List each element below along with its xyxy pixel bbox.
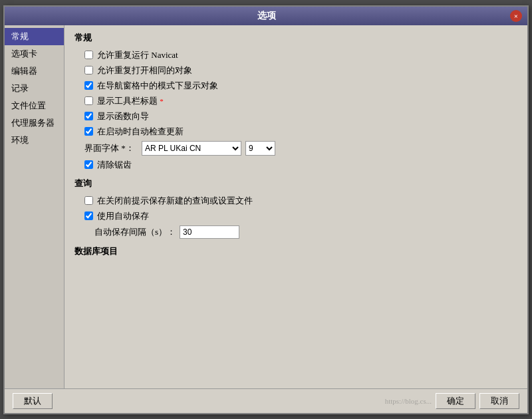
- font-row: 界面字体 *： AR PL UKai CN SimSun SimHei Micr…: [84, 141, 517, 156]
- watermark: https://blog.cs...: [385, 397, 432, 405]
- checkbox-allow-duplicate-navicat[interactable]: [84, 51, 93, 59]
- main-content: 常规 允许重复运行 Navicat 允许重复打开相同的对象 在导航窗格中的模式下…: [65, 25, 527, 388]
- cancel-button[interactable]: 取消: [479, 393, 519, 409]
- checkbox-label-1: 允许重复运行 Navicat: [97, 49, 178, 61]
- checkbox-label-6: 在启动时自动检查更新: [97, 126, 184, 138]
- checkbox-label-2: 允许重复打开相同的对象: [97, 65, 192, 76]
- font-select[interactable]: AR PL UKai CN SimSun SimHei Microsoft Ya…: [142, 141, 241, 156]
- checkbox-prompt-save[interactable]: [84, 196, 93, 205]
- title-bar: 选项 ×: [5, 7, 527, 25]
- checkbox-row-9: 使用自动保存: [84, 210, 517, 222]
- sidebar-item-3[interactable]: 记录: [5, 80, 64, 97]
- checkbox-row-5: 显示函数向导: [84, 110, 517, 122]
- ok-button[interactable]: 确定: [436, 393, 475, 409]
- checkbox-show-function-wizard[interactable]: [84, 112, 93, 120]
- checkbox-auto-check-update[interactable]: [84, 127, 93, 136]
- sidebar-item-4[interactable]: 文件位置: [5, 97, 64, 114]
- checkbox-row-alias: 清除锯齿: [84, 159, 517, 171]
- close-button[interactable]: ×: [510, 10, 522, 22]
- checkbox-label-5: 显示函数向导: [97, 110, 149, 122]
- sidebar-item-0[interactable]: 常规: [5, 28, 64, 45]
- dialog-title: 选项: [23, 10, 510, 22]
- sidebar-item-6[interactable]: 环境: [5, 132, 64, 149]
- sidebar-item-2[interactable]: 编辑器: [5, 63, 64, 80]
- checkbox-label-9: 使用自动保存: [97, 210, 149, 222]
- autosave-label: 自动保存间隔（s）：: [94, 226, 176, 238]
- default-button[interactable]: 默认: [13, 393, 53, 409]
- checkbox-row-2: 允许重复打开相同的对象: [84, 65, 517, 76]
- sidebar-item-5[interactable]: 代理服务器: [5, 114, 64, 132]
- checkbox-show-nav-mode[interactable]: [84, 81, 93, 90]
- dialog-footer: 默认 https://blog.cs... 确定 取消: [5, 388, 527, 413]
- checkbox-row-3: 在导航窗格中的模式下显示对象: [84, 80, 517, 92]
- checkbox-row-1: 允许重复运行 Navicat: [84, 49, 517, 61]
- sidebar-item-1[interactable]: 选项卡: [5, 45, 64, 63]
- autosave-row: 自动保存间隔（s）：: [94, 225, 517, 239]
- dialog-body: 常规选项卡编辑器记录文件位置代理服务器环境 常规 允许重复运行 Navicat …: [5, 25, 527, 388]
- checkbox-row-6: 在启动时自动检查更新: [84, 126, 517, 138]
- checkbox-show-toolbar-title[interactable]: [84, 96, 93, 105]
- checkbox-clear-alias[interactable]: [84, 160, 93, 169]
- section-query-title: 查询: [74, 178, 517, 190]
- autosave-interval-input[interactable]: [180, 225, 239, 239]
- checkbox-allow-duplicate-object[interactable]: [84, 66, 93, 74]
- checkbox-use-autosave[interactable]: [84, 211, 93, 220]
- checkbox-label-alias: 清除锯齿: [97, 159, 132, 171]
- section-db-title: 数据库项目: [74, 245, 517, 257]
- asterisk-1: *: [160, 97, 164, 105]
- font-label: 界面字体 *：: [84, 142, 138, 154]
- checkbox-label-4: 显示工具栏标题 *: [97, 95, 164, 107]
- section-general-title: 常规: [74, 32, 517, 44]
- font-size-select[interactable]: 8 9 10 11 12: [245, 141, 275, 156]
- sidebar: 常规选项卡编辑器记录文件位置代理服务器环境: [5, 25, 65, 388]
- dialog: 选项 × 常规选项卡编辑器记录文件位置代理服务器环境 常规 允许重复运行 Nav…: [3, 5, 529, 414]
- checkbox-row-4: 显示工具栏标题 *: [84, 95, 517, 107]
- checkbox-label-3: 在导航窗格中的模式下显示对象: [97, 80, 218, 92]
- checkbox-label-8: 在关闭前提示保存新建的查询或设置文件: [97, 195, 253, 207]
- checkbox-row-8: 在关闭前提示保存新建的查询或设置文件: [84, 195, 517, 207]
